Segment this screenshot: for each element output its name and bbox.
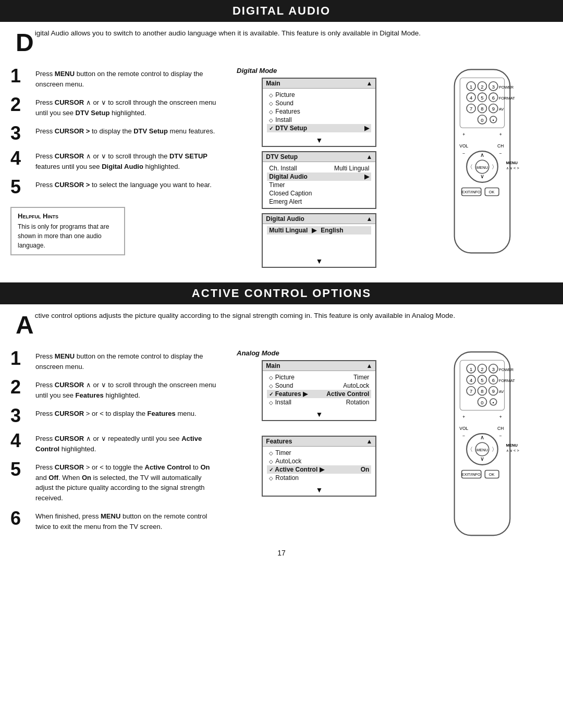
svg-text:4: 4	[470, 377, 473, 383]
svg-text:∨: ∨	[480, 173, 484, 179]
svg-text:−: −	[463, 151, 466, 156]
da-multi-lingual: Multi Lingual ▶ English	[267, 226, 371, 235]
svg-text:8: 8	[481, 388, 484, 394]
ac-feat-active-control: ✓ Active Control ▶On	[267, 465, 371, 474]
page-number: 17	[0, 544, 563, 562]
menu-install: ◇ Install	[267, 116, 371, 124]
svg-text:6: 6	[492, 377, 495, 383]
svg-text:3: 3	[492, 366, 495, 372]
svg-text:6: 6	[492, 95, 495, 101]
svg-text:1: 1	[470, 366, 472, 372]
ac-screen-features-title: Features▲	[263, 437, 375, 447]
analog-mode-label: Analog Mode	[237, 349, 279, 357]
menu-features: ◇ Features	[267, 107, 371, 116]
svg-text:−: −	[463, 433, 466, 438]
svg-text:−: −	[499, 151, 502, 156]
ac-screen-main: Main▲ ◇ PictureTimer ◇ SoundAutoLock ✓ F…	[262, 360, 376, 421]
menu-dtv-setup: ✓ DTV Setup ▶	[267, 124, 371, 132]
svg-text:7: 7	[470, 388, 472, 394]
digital-audio-intro: D igital Audio allows you to switch to a…	[0, 22, 563, 61]
remote-svg-digital: 1 2 3 POWER 4 5 6 FORMAT 7 8 9 AV	[440, 67, 524, 256]
svg-text:+: +	[499, 132, 502, 137]
ac-step-3: 3 Press CURSOR > or < to display the Fea…	[10, 406, 221, 425]
svg-text:4: 4	[470, 95, 473, 101]
ac-menu-features: ✓ Features ▶Active Control	[267, 390, 371, 398]
step-4: 4 Press CURSOR ∧ or ∨ to scroll through …	[10, 149, 221, 171]
svg-text:3: 3	[492, 84, 495, 90]
ac-feat-rotation: ◇ Rotation	[267, 474, 371, 482]
ac-menu-picture: ◇ PictureTimer	[267, 373, 371, 381]
menu-picture: ◇ Picture	[267, 91, 371, 99]
dtv-ch-install: Ch. InstallMulti Lingual	[267, 164, 371, 172]
dtv-emerg-alert: Emerg Alert	[267, 198, 371, 206]
active-control-content: 1 Press MENU button on the remote contro…	[0, 344, 563, 544]
screen-dtv-title: DTV Setup▲	[263, 152, 375, 162]
svg-text:OK: OK	[489, 190, 495, 194]
svg-text:0: 0	[481, 117, 484, 123]
screen-digital-audio: Digital Audio▲ Multi Lingual ▶ English ▼	[262, 213, 376, 268]
active-control-remote: 1 2 3 POWER 4 5 6 FORMAT 7 8 9 AV	[412, 349, 553, 538]
svg-text:〈: 〈	[467, 446, 473, 452]
step-1: 1 Press MENU button on the remote contro…	[10, 67, 221, 89]
svg-text:POWER: POWER	[499, 85, 514, 90]
svg-text:∧: ∧	[480, 434, 484, 440]
ac-screen-features: Features▲ ◇ Timer ◇ AutoLock ✓ Active Co…	[262, 436, 376, 497]
svg-text:∧ ∨ < >: ∧ ∨ < >	[506, 448, 519, 453]
svg-text:〈: 〈	[467, 164, 473, 170]
svg-text:〉: 〉	[492, 164, 497, 170]
remote-svg-ac: 1 2 3 POWER 4 5 6 FORMAT 7 8 9 AV	[440, 349, 524, 538]
active-control-steps: 1 Press MENU button on the remote contro…	[10, 349, 226, 538]
svg-text:CH: CH	[497, 143, 504, 149]
svg-text:OK: OK	[489, 472, 495, 477]
svg-text:MENU: MENU	[506, 161, 518, 165]
screen-dtv-setup: DTV Setup▲ Ch. InstallMulti Lingual Digi…	[262, 151, 376, 209]
svg-text:5: 5	[481, 95, 484, 101]
ac-step-1: 1 Press MENU button on the remote contro…	[10, 349, 221, 372]
active-control-section: Active Control Options A ctive control o…	[0, 282, 563, 544]
step-5: 5 Press CURSOR > to select the language …	[10, 178, 221, 196]
svg-text:8: 8	[481, 106, 484, 112]
drop-cap-a: A	[16, 313, 34, 338]
svg-text:AV: AV	[499, 389, 504, 394]
digital-audio-section: Digital Audio D igital Audio allows you …	[0, 0, 563, 277]
digital-audio-content: 1 Press MENU button on the remote contro…	[0, 61, 563, 277]
active-control-intro: A ctive control options adjusts the pict…	[0, 304, 563, 344]
svg-text:9: 9	[492, 106, 495, 112]
svg-text:〉: 〉	[492, 446, 497, 452]
digital-mode-label: Digital Mode	[237, 67, 277, 75]
screen-da-title: Digital Audio▲	[263, 214, 375, 224]
svg-text:+: +	[499, 414, 502, 419]
ac-step-6: 6 When finished, press MENU button on th…	[10, 509, 221, 532]
hints-title: Helpful Hints	[18, 212, 118, 220]
digital-audio-screens: Digital Mode Main▲ ◇ Picture ◇ Sound ◇ F…	[231, 67, 407, 272]
svg-text:2: 2	[481, 366, 484, 372]
svg-text:MENU: MENU	[476, 448, 488, 452]
menu-sound: ◇ Sound	[267, 99, 371, 107]
dtv-closed-caption: Closed Caption	[267, 189, 371, 198]
svg-text:∧: ∧	[480, 152, 484, 158]
active-control-header: Active Control Options	[0, 282, 563, 304]
svg-text:FORMAT: FORMAT	[499, 378, 515, 383]
svg-text:9: 9	[492, 388, 495, 394]
svg-text:FORMAT: FORMAT	[499, 96, 515, 101]
screen-main-title: Main▲	[263, 79, 375, 89]
helpful-hints-box: Helpful Hints This is only for programs …	[10, 207, 221, 255]
svg-text:EXIT/INFO: EXIT/INFO	[462, 190, 481, 194]
svg-text:+: +	[463, 132, 466, 137]
svg-text:VOL: VOL	[460, 426, 469, 431]
svg-text:7: 7	[470, 106, 472, 112]
ac-menu-sound: ◇ SoundAutoLock	[267, 381, 371, 390]
svg-text:•: •	[493, 400, 494, 405]
svg-text:5: 5	[481, 377, 484, 383]
step-3: 3 Press CURSOR > to display the DTV Setu…	[10, 124, 221, 143]
ac-screen-main-title: Main▲	[263, 361, 375, 371]
ac-step-4: 4 Press CURSOR ∧ or ∨ repeatedly until y…	[10, 431, 221, 454]
dtv-timer: Timer	[267, 181, 371, 189]
svg-text:MENU: MENU	[476, 165, 488, 170]
svg-text:−: −	[499, 433, 502, 438]
svg-text:MENU: MENU	[506, 443, 518, 448]
svg-text:∧ ∨ < >: ∧ ∨ < >	[506, 166, 519, 170]
dtv-digital-audio: Digital Audio ▶	[267, 172, 371, 181]
digital-audio-remote: 1 2 3 POWER 4 5 6 FORMAT 7 8 9 AV	[412, 67, 553, 272]
svg-text:∨: ∨	[480, 455, 484, 462]
